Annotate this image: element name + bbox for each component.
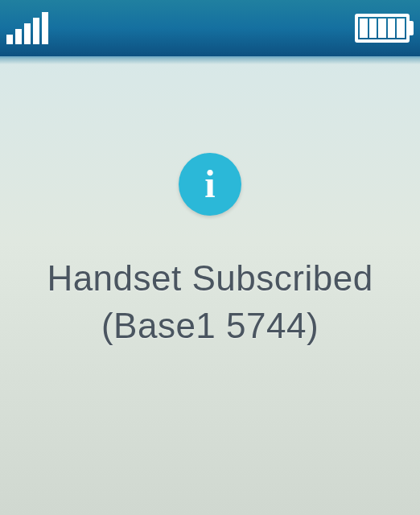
battery-icon	[355, 14, 414, 43]
status-bar	[0, 0, 420, 58]
info-icon-letter: i	[204, 165, 215, 204]
message-line-1: Handset Subscribed	[47, 254, 373, 302]
dialog-message: Handset Subscribed (Base1 5744)	[47, 254, 373, 350]
info-icon: i	[179, 153, 241, 216]
dialog-content: i Handset Subscribed (Base1 5744)	[0, 58, 420, 515]
signal-strength-icon	[6, 12, 48, 44]
message-line-2: (Base1 5744)	[47, 302, 373, 349]
